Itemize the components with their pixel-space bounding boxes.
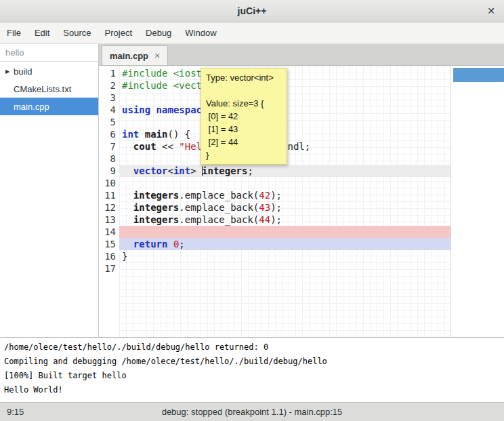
code-token: 43 — [259, 202, 270, 213]
line-highlight — [119, 262, 450, 275]
code-token: return — [133, 239, 168, 249]
statusbar: debug: stopped (breakpoint 1.1) - main.c… — [0, 402, 504, 421]
output-panel[interactable]: /home/olece/test/hello/./build/debug/hel… — [0, 337, 504, 402]
code-token: using — [122, 104, 150, 115]
code-token: integers — [133, 202, 179, 213]
code-token: .emplace_back( — [179, 214, 259, 225]
tabbar: main.cpp × — [99, 44, 504, 66]
tree-item-build[interactable]: ▶ build — [0, 62, 98, 80]
code-line-11[interactable]: 11 integers.emplace_back(42); — [99, 189, 504, 201]
code-token — [122, 214, 133, 225]
code-token: 42 — [259, 190, 270, 201]
tab-close-icon[interactable]: × — [154, 50, 160, 61]
line-number: 6 — [99, 128, 116, 140]
line-highlight — [119, 226, 450, 238]
code-token — [122, 239, 133, 249]
menu-item-file[interactable]: File — [0, 22, 28, 43]
app: { "colors": { "selection": "#4a90d9", "t… — [0, 0, 504, 421]
tab-main-cpp[interactable]: main.cpp × — [102, 45, 168, 65]
line-number: 11 — [99, 189, 116, 201]
tooltip-line — [206, 84, 282, 97]
code-line-12[interactable]: 12 integers.emplace_back(43); — [99, 201, 504, 214]
sidebar: ▶ build ▶ CMakeLists.txt ▶ main.cpp — [0, 44, 99, 337]
menu-item-debug[interactable]: Debug — [139, 22, 178, 43]
code-text: integers.emplace_back(44); — [122, 214, 282, 226]
line-number: 1 — [99, 67, 116, 79]
file-tree: ▶ build ▶ CMakeLists.txt ▶ main.cpp — [0, 62, 98, 115]
menu-item-source[interactable]: Source — [56, 22, 98, 43]
code-line-1[interactable]: 1 #include <iostream> — [99, 67, 504, 79]
code-text: int main() { — [122, 128, 190, 140]
tooltip-line: [2] = 44 — [206, 136, 282, 148]
code-token: .emplace_back( — [179, 190, 259, 201]
editor-region: main.cpp × 1 #include <iostream> 2 #incl… — [99, 44, 504, 337]
menu-item-project[interactable]: Project — [98, 22, 139, 43]
line-highlight — [119, 177, 450, 189]
code-token — [122, 141, 133, 152]
debug-status-text: debug: stopped (breakpoint 1.1) - main.c… — [0, 403, 504, 421]
line-number: 9 — [99, 165, 116, 177]
code-line-4[interactable]: 4 using namespace std; — [99, 104, 504, 116]
line-number: 14 — [99, 226, 116, 238]
file-filter-input[interactable] — [0, 44, 98, 62]
code-line-13[interactable]: 13 integers.emplace_back(44); — [99, 214, 504, 226]
line-number: 15 — [99, 238, 116, 250]
code-line-9[interactable]: 9 vector<int> integers; — [99, 165, 504, 177]
line-number: 3 — [99, 92, 116, 104]
cursor-position-text: 9:15 — [7, 403, 24, 421]
code-line-7[interactable]: 7 cout << "Hello World!" << endl; — [99, 140, 504, 153]
tooltip-line: [0] = 42 — [206, 110, 282, 123]
line-number: 7 — [99, 140, 116, 153]
code-line-6[interactable]: 6 int main() { — [99, 128, 504, 140]
code-token: #include — [122, 80, 173, 91]
tree-item-label: CMakeLists.txt — [14, 84, 71, 94]
line-highlight — [119, 250, 450, 262]
line-number: 12 — [99, 201, 116, 214]
code-text: return 0; — [122, 238, 185, 250]
code-token: ; — [247, 165, 253, 176]
debug-value-tooltip: Type: vector<int>Value: size=3 { [0] = 4… — [201, 68, 287, 165]
code-line-2[interactable]: 2 #include <vector> — [99, 79, 504, 92]
line-number: 4 — [99, 104, 116, 116]
code-token: ; — [179, 239, 184, 249]
menu-item-window[interactable]: Window — [178, 22, 223, 43]
code-token: vector — [133, 165, 168, 176]
line-number: 16 — [99, 250, 116, 262]
code-line-16[interactable]: 16 } — [99, 250, 504, 262]
code-line-15[interactable]: 15 return 0; — [99, 238, 504, 250]
code-token — [167, 239, 173, 249]
code-token: cout — [133, 141, 156, 152]
code-token: ); — [270, 190, 282, 201]
close-window-icon[interactable]: ✕ — [487, 5, 495, 16]
code-token: < — [167, 165, 173, 176]
line-number: 8 — [99, 153, 116, 165]
code-line-8[interactable]: 8 — [99, 153, 504, 165]
menu-item-edit[interactable]: Edit — [28, 22, 56, 43]
code-text: integers.emplace_back(43); — [122, 201, 282, 214]
code-token: () { — [167, 129, 190, 140]
output-line: Hello World! — [4, 383, 500, 397]
code-text: integers.emplace_back(42); — [122, 189, 282, 201]
code-token: } — [122, 251, 127, 262]
tree-item-main-cpp[interactable]: ▶ main.cpp — [0, 98, 98, 115]
code-token: integers — [133, 190, 179, 201]
code-token: int — [173, 165, 190, 176]
code-text: vector<int> integers; — [122, 165, 253, 177]
code-line-17[interactable]: 17 — [99, 262, 504, 275]
tree-item-cmakelists-txt[interactable]: ▶ CMakeLists.txt — [0, 80, 98, 98]
tooltip-line: [1] = 43 — [206, 123, 282, 136]
code-line-3[interactable]: 3 — [99, 92, 504, 104]
code-line-14[interactable]: 14 — [99, 226, 504, 238]
line-number: 13 — [99, 214, 116, 226]
code-text: } — [122, 250, 127, 262]
output-line: [100%] Built target hello — [4, 369, 500, 383]
code-token: .emplace_back( — [179, 202, 259, 213]
code-token: int — [122, 129, 139, 140]
line-number: 5 — [99, 116, 116, 128]
code-line-5[interactable]: 5 — [99, 116, 504, 128]
code-editor[interactable]: 1 #include <iostream> 2 #include <vector… — [99, 66, 504, 337]
code-line-10[interactable]: 10 — [99, 177, 504, 189]
code-token: 44 — [259, 214, 270, 225]
scrollbar-thumb[interactable] — [453, 68, 504, 82]
expander-arrow-icon[interactable]: ▶ — [5, 68, 14, 75]
